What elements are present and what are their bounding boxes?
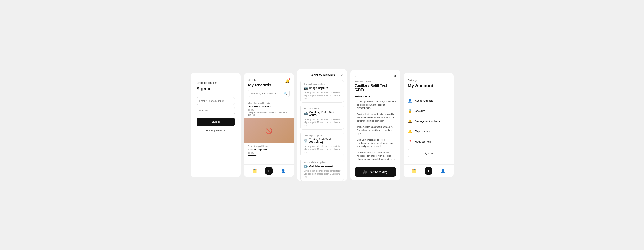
records-panel: Hi John My Records 🔔 🔍 Musculoskeletal U… <box>244 73 294 177</box>
record-item-gait[interactable]: Musculoskeletal Update Gait Measurement … <box>244 100 294 118</box>
settings-security[interactable]: 🔒 Security <box>404 106 454 116</box>
bottom-nav: 🗂️ + 👤 <box>244 164 294 177</box>
image-thumbnail: 🚫 <box>244 118 294 143</box>
help-icon: ❓ <box>408 139 412 144</box>
add-records-panel: Add to records ✕ Dermatological Update 📷… <box>297 69 347 181</box>
record-name: Gait Measurement <box>248 105 290 108</box>
security-label: Security <box>415 109 425 112</box>
profile-nav-icon[interactable]: 👤 <box>281 169 286 173</box>
add-card3-desc: Lorem ipsum dolor sit amet, consectetur … <box>304 145 340 154</box>
vascular-close-button[interactable]: ✕ <box>394 74 396 78</box>
notification-dot <box>289 78 290 80</box>
sign-out-button[interactable]: Sign out <box>408 149 449 157</box>
gait-icon: ⚙️ <box>304 164 308 168</box>
bullet-3: • <box>354 126 355 128</box>
settings-records-icon[interactable]: 🗂️ <box>412 169 416 173</box>
add-card1-name: Image Capture <box>310 86 328 90</box>
progress-indicator <box>248 155 256 156</box>
add-card1-category: Dermatological Update <box>304 83 340 85</box>
greeting-text: Hi John <box>248 79 272 82</box>
record-item-image[interactable]: Dermatological Update Image Capture Toda… <box>244 143 294 158</box>
login-panel: Diabetes Tracker Sign in Sign in Forgot … <box>191 73 240 177</box>
sign-in-title: Sign in <box>196 86 235 91</box>
eye-slash-icon: 🚫 <box>265 127 272 134</box>
instruction-5: • Faucibus ac ut amet, vitae massa. Aliq… <box>354 151 396 161</box>
email-phone-input[interactable] <box>196 97 235 105</box>
bullet-5: • <box>354 151 355 154</box>
settings-request-help[interactable]: ❓ Request help <box>404 137 454 147</box>
account-details-label: Account details <box>415 99 433 102</box>
instruction-4: • Sem velit pharetra quis lorem condimen… <box>354 138 396 148</box>
start-recording-button[interactable]: 🎥 Start Recording <box>354 167 396 177</box>
vascular-panel: ← ✕ Vascular Update Capillary Refill Tes… <box>350 70 400 180</box>
add-card1-desc: Lorem ipsum dolor sit amet, consectetur … <box>304 91 340 100</box>
add-card3-row: 📡 Tuning Fork Test (Vibration) <box>304 138 340 144</box>
record-category-2: Dermatological Update <box>248 145 290 148</box>
instruction-text-5: Faucibus ac ut amet, vitae massa. Alique… <box>357 151 396 161</box>
add-nav-button[interactable]: + <box>265 167 272 175</box>
instruction-3: • Tellus adipiscing curabitur aenean in.… <box>354 126 396 135</box>
add-card2-category: Vascular Update <box>304 107 340 110</box>
person-icon: 👤 <box>408 98 412 103</box>
vascular-header: ← ✕ <box>350 70 400 80</box>
add-record-card-crt[interactable]: Vascular Update 📹 Capillary Refill Test … <box>300 105 344 130</box>
settings-app-title: Settings <box>408 79 449 82</box>
settings-header: Settings My Account <box>404 73 454 96</box>
record-category: Musculoskeletal Update <box>248 102 290 104</box>
warning-icon: ⚠️ <box>408 129 412 134</box>
add-record-card-tuning[interactable]: Neurological Update 📡 Tuning Fork Test (… <box>300 132 344 157</box>
bell-settings-icon: 🔔 <box>408 119 412 123</box>
bullet-4: • <box>354 138 355 141</box>
settings-title: My Account <box>408 83 449 88</box>
instruction-2: • Sagittis, justo imperdiet vitae conval… <box>354 113 396 122</box>
instruction-1: • Lorem ipsum dolor sit amet, consectetu… <box>354 100 396 110</box>
add-card3-category: Neurological Update <box>304 134 340 137</box>
add-card2-name: Capillary Refill Test (CRT) <box>310 111 340 117</box>
settings-bottom-nav: 🗂️ + 👤 <box>404 164 454 177</box>
add-card2-row: 📹 Capillary Refill Test (CRT) <box>304 111 340 117</box>
record-desc: Gait parameters measured for 2 minutes a… <box>248 111 290 116</box>
instruction-text-2: Sagittis, justo imperdiet vitae convalli… <box>357 113 396 122</box>
settings-notifications[interactable]: 🔔 Manage notifications <box>404 116 454 126</box>
add-record-card-gait[interactable]: Musculoskeletal Update ⚙️ Gait Measureme… <box>300 159 344 181</box>
sign-in-button[interactable]: Sign in <box>196 118 235 126</box>
instruction-text-3: Tellus adipiscing curabitur aenean in. C… <box>357 126 396 135</box>
instruction-text-4: Sem velit pharetra quis lorem condimentu… <box>357 138 396 148</box>
add-records-list: Dermatological Update 📷 Image Capture Lo… <box>297 80 347 181</box>
tuning-icon: 📡 <box>304 139 308 143</box>
add-card3-name: Tuning Fork Test (Vibration) <box>310 138 340 144</box>
instructions-label: Instructions <box>350 95 400 98</box>
start-recording-label: Start Recording <box>369 170 388 174</box>
add-record-card-image[interactable]: Dermatological Update 📷 Image Capture Lo… <box>300 80 344 103</box>
record-name-2: Image Capture <box>248 148 290 151</box>
password-input[interactable] <box>196 107 235 114</box>
records-nav-icon[interactable]: 🗂️ <box>252 169 257 173</box>
add-card4-desc: Lorem ipsum dolor sit amet, consectetur … <box>304 170 340 178</box>
bullet-1: • <box>354 100 355 103</box>
forgot-password-link[interactable]: Forgot password <box>196 129 235 132</box>
settings-profile-icon[interactable]: 👤 <box>441 169 445 173</box>
request-help-label: Request help <box>415 140 431 143</box>
report-bug-label: Report a bug <box>415 130 431 133</box>
settings-add-button[interactable]: + <box>425 167 432 175</box>
record-date-2: Today <box>248 152 290 154</box>
add-card2-desc: Lorem ipsum dolor sit amet, consectetur … <box>304 118 340 127</box>
vascular-title: Capillary Refill Test (CRT) <box>350 83 400 92</box>
settings-report-bug[interactable]: ⚠️ Report a bug <box>404 126 454 137</box>
video-camera-icon: 🎥 <box>363 170 367 174</box>
crt-icon: 📹 <box>304 112 308 116</box>
search-input[interactable] <box>251 92 282 95</box>
back-button[interactable]: ← <box>354 74 358 78</box>
close-button[interactable]: ✕ <box>340 73 343 77</box>
search-icon: 🔍 <box>284 92 287 95</box>
record-date: Today <box>248 108 290 111</box>
image-capture-icon: 📷 <box>304 86 308 90</box>
notification-bell-icon[interactable]: 🔔 <box>285 79 290 83</box>
search-bar[interactable]: 🔍 <box>248 90 290 97</box>
add-records-header: Add to records ✕ <box>297 69 347 80</box>
vascular-category: Vascular Update <box>350 80 400 83</box>
app-title: Diabetes Tracker <box>196 81 235 84</box>
add-card1-row: 📷 Image Capture <box>304 86 340 90</box>
manage-notifications-label: Manage notifications <box>415 119 440 123</box>
settings-account-details[interactable]: 👤 Account details <box>404 96 454 106</box>
